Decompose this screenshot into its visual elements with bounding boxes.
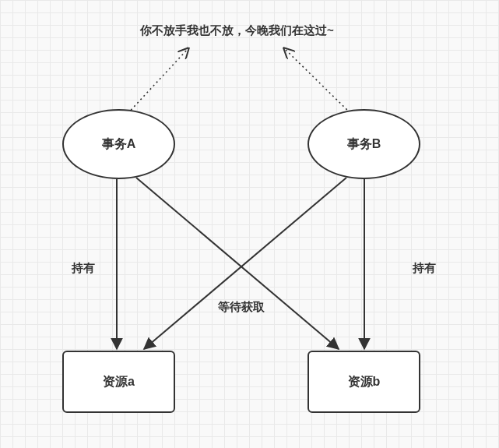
node-resource-b: 资源b bbox=[307, 351, 420, 413]
node-resource-a-label: 资源a bbox=[103, 374, 135, 390]
speech-line-a bbox=[125, 48, 188, 117]
diagram-canvas: 你不放手我也不放，今晚我们在这过~ 事务A 事务B 资源a 资源b 持有 持有 … bbox=[0, 0, 499, 448]
node-resource-b-label: 资源b bbox=[348, 374, 381, 390]
edge-b-waits-a bbox=[144, 178, 346, 349]
node-transaction-b: 事务B bbox=[307, 109, 420, 179]
node-resource-a: 资源a bbox=[62, 351, 175, 413]
caption-text: 你不放手我也不放，今晚我们在这过~ bbox=[140, 23, 334, 38]
node-transaction-b-label: 事务B bbox=[347, 136, 381, 153]
speech-line-b bbox=[284, 48, 350, 113]
label-holds-right: 持有 bbox=[413, 261, 436, 276]
label-waiting-for: 等待获取 bbox=[218, 300, 265, 315]
edge-a-waits-b bbox=[136, 178, 339, 349]
label-holds-left: 持有 bbox=[72, 261, 95, 276]
node-transaction-a: 事务A bbox=[62, 109, 175, 179]
node-transaction-a-label: 事务A bbox=[102, 136, 136, 153]
